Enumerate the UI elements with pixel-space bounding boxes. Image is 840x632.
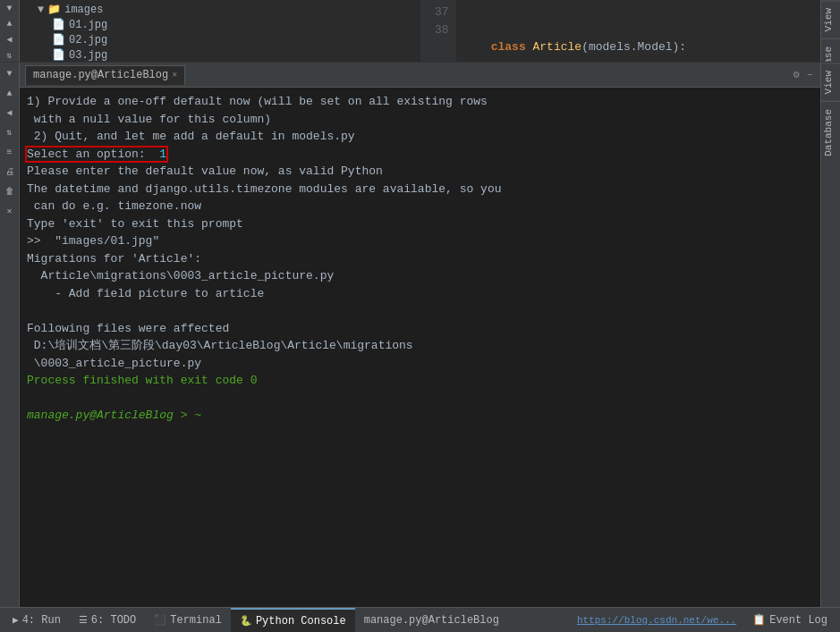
file-name-03jpg: 03.jpg xyxy=(69,49,107,62)
bottom-tab-python-console[interactable]: 🐍 Python Console xyxy=(231,608,355,632)
terminal-line-select: Select an option: 1 xyxy=(27,146,813,164)
link-text: https://blog.csdn.net/we... xyxy=(577,615,736,626)
right-sidebar-main: View Database xyxy=(820,63,840,607)
terminal-icon-close[interactable]: ✕ xyxy=(3,204,17,218)
file-tree-item-03jpg[interactable]: 📄 03.jpg xyxy=(20,47,420,62)
terminal-prompt: manage.py@ArticleBlog > ~ xyxy=(27,407,813,425)
event-log[interactable]: 📋 Event Log xyxy=(743,613,836,627)
terminal-line-16: \0003_article_picture.py xyxy=(27,355,813,373)
file-icon-03jpg: 📄 xyxy=(52,48,65,62)
event-log-label: Event Log xyxy=(769,614,827,627)
terminal-line-process: Process finished with exit code 0 xyxy=(27,372,813,390)
terminal-icon: ⬛ xyxy=(154,614,166,626)
terminal-left-icon-strip: ▼ ▲ ◀ ⇅ ≡ 🖨 🗑 ✕ xyxy=(0,63,20,607)
terminal-line-14: Following files were affected xyxy=(27,320,813,338)
todo-icon: ☰ xyxy=(79,614,88,626)
terminal-line-8: Type 'exit' to exit this prompt xyxy=(27,215,813,233)
terminal-icon-print[interactable]: 🖨 xyxy=(3,164,17,179)
file-tree-list: ▼ 📁 images 📄 01.jpg 📄 02.jpg 📄 03.jpg xyxy=(20,0,420,62)
folder-arrow-icon: ▼ xyxy=(38,4,44,16)
terminal-line-15: D:\培训文档\第三阶段\day03\ArticleBlog\Article\m… xyxy=(27,337,813,355)
sidebar-tab-view[interactable]: View xyxy=(821,0,841,38)
terminal-tab-close[interactable]: × xyxy=(172,71,177,80)
event-log-icon: 📋 xyxy=(752,613,766,627)
file-tree-area: ▼ ▲ ◀ ⇅ ≡ 🖨 🗑 ✕ ▼ 📁 images 📄 01.jpg 📄 02… xyxy=(0,0,840,63)
main-area: ▼ ▲ ◀ ⇅ ≡ 🖨 🗑 ✕ manage.py@ArticleBlog × … xyxy=(0,63,840,607)
terminal-line-9: >> "images/01.jpg" xyxy=(27,232,813,250)
terminal-icon-list[interactable]: ≡ xyxy=(3,145,17,159)
terminal-tab-title: manage.py@ArticleBlog xyxy=(33,69,168,81)
manage-label: manage.py@ArticleBlog xyxy=(364,614,499,627)
file-icon-01jpg: 📄 xyxy=(52,18,65,31)
bottom-tab-todo[interactable]: ☰ 6: TODO xyxy=(70,608,145,632)
terminal-icon-left[interactable]: ◀ xyxy=(3,105,17,120)
terminal-icon-sort[interactable]: ⇅ xyxy=(3,125,17,139)
terminal-panel: manage.py@ArticleBlog × ⚙ – 1) Provide a… xyxy=(20,63,820,607)
bottom-tab-manage[interactable]: manage.py@ArticleBlog xyxy=(355,608,508,632)
todo-label: 6: TODO xyxy=(91,614,136,627)
sidebar-tab-database[interactable]: Database xyxy=(821,38,841,63)
file-name-02jpg: 02.jpg xyxy=(69,34,107,46)
folder-icon: 📁 xyxy=(47,3,61,16)
sidebar-tab-view-main[interactable]: View xyxy=(821,63,841,101)
settings-icon[interactable]: ⚙ xyxy=(792,66,802,83)
terminal-tab-bar: manage.py@ArticleBlog × ⚙ – xyxy=(20,63,820,88)
icon-sort[interactable]: ⇅ xyxy=(3,50,17,61)
icon-left-arrow[interactable]: ◀ xyxy=(3,34,17,45)
terminal-line-5: Please enter the default value now, as v… xyxy=(27,163,813,181)
icon-down-arrow[interactable]: ▼ xyxy=(3,4,17,13)
code-editor-preview: 37 38 class Article(models.Model): xyxy=(420,0,821,62)
run-icon: ▶ xyxy=(13,614,19,626)
file-tree-item-01jpg[interactable]: 📄 01.jpg xyxy=(20,17,420,32)
bottom-tab-run[interactable]: ▶ 4: Run xyxy=(4,608,70,632)
run-label: 4: Run xyxy=(22,614,61,627)
code-content: class Article(models.Model): xyxy=(456,0,694,62)
terminal-tab[interactable]: manage.py@ArticleBlog × xyxy=(25,65,185,85)
terminal-line-11: Article\migrations\0003_article_picture.… xyxy=(27,267,813,285)
minimize-icon[interactable]: – xyxy=(805,67,815,83)
terminal-line-blank2 xyxy=(27,390,813,408)
python-icon: 🐍 xyxy=(240,615,252,627)
terminal-line-2: with a null value for this column) xyxy=(27,111,813,129)
icon-up-arrow[interactable]: ▲ xyxy=(3,19,17,29)
bottom-tab-terminal[interactable]: ⬛ Terminal xyxy=(145,608,231,632)
bottom-status-bar: ▶ 4: Run ☰ 6: TODO ⬛ Terminal 🐍 Python C… xyxy=(0,607,840,632)
terminal-line-3: 2) Quit, and let me add a default in mod… xyxy=(27,128,813,146)
terminal-label: Terminal xyxy=(170,614,222,627)
file-tree-item-02jpg[interactable]: 📄 02.jpg xyxy=(20,32,420,47)
file-name-01jpg: 01.jpg xyxy=(69,19,107,31)
sidebar-tab-database-main[interactable]: Database xyxy=(821,101,841,164)
right-sidebar-top: View Database xyxy=(820,0,840,62)
python-console-label: Python Console xyxy=(256,615,346,628)
folder-name: images xyxy=(64,4,103,16)
file-tree-item-images[interactable]: ▼ 📁 images xyxy=(20,2,420,17)
terminal-icon-up[interactable]: ▲ xyxy=(3,86,17,100)
terminal-icon-down[interactable]: ▼ xyxy=(3,66,17,80)
line-numbers: 37 38 xyxy=(420,0,456,62)
file-icon-02jpg: 📄 xyxy=(52,33,65,46)
terminal-icon-del[interactable]: 🗑 xyxy=(3,184,17,198)
terminal-line-7: can do e.g. timezone.now xyxy=(27,198,813,215)
terminal-line-12: - Add field picture to article xyxy=(27,285,813,303)
left-icon-strip: ▼ ▲ ◀ ⇅ ≡ 🖨 🗑 ✕ xyxy=(0,0,20,62)
csdn-link[interactable]: https://blog.csdn.net/we... xyxy=(570,615,743,626)
terminal-tab-actions: ⚙ – xyxy=(792,66,815,83)
terminal-line-10: Migrations for 'Article': xyxy=(27,250,813,268)
terminal-line-6: The datetime and django.utils.timezone m… xyxy=(27,181,813,198)
terminal-line-blank1 xyxy=(27,302,813,320)
terminal-output[interactable]: 1) Provide a one-off default now (will b… xyxy=(20,88,820,607)
terminal-line-1: 1) Provide a one-off default now (will b… xyxy=(27,93,813,111)
